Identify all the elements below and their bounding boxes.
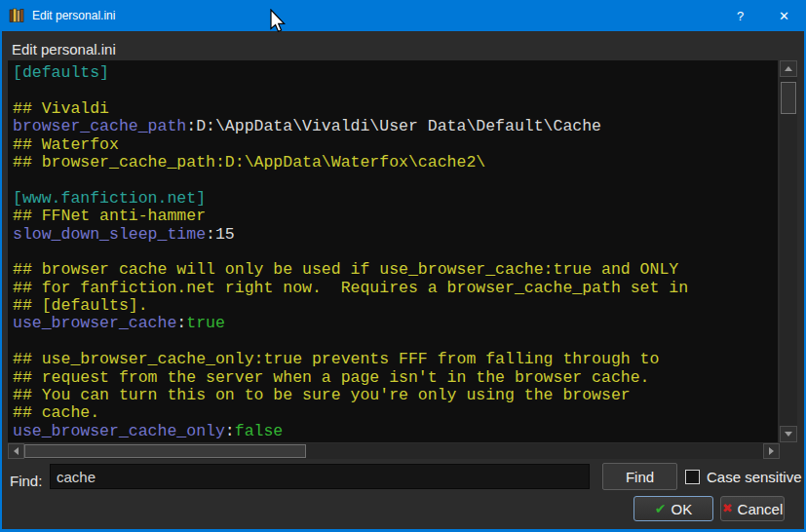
code-line: ## browser cache will only be used if us…: [13, 261, 778, 279]
code-line: ## Vivaldi: [13, 100, 778, 118]
horizontal-scrollbar[interactable]: [8, 443, 780, 459]
check-icon: ✔: [655, 502, 667, 515]
horizontal-scrollbar-thumb[interactable]: [24, 444, 306, 458]
close-icon: ✕: [779, 9, 789, 23]
code-line: [13, 244, 778, 261]
scroll-left-button[interactable]: [8, 443, 24, 459]
vertical-scrollbar-thumb[interactable]: [781, 82, 796, 114]
titlebar[interactable]: Edit personal.ini ? ✕: [0, 0, 806, 31]
code-line: [www.fanfiction.net]: [13, 190, 778, 208]
code-line: ## FFNet anti-hammer: [13, 208, 778, 225]
app-books-icon: [9, 8, 24, 23]
find-button[interactable]: Find: [602, 463, 677, 490]
code-line: use_browser_cache_only:false: [13, 423, 778, 440]
ini-editor[interactable]: [defaults] ## Vivaldibrowser_cache_path:…: [8, 60, 778, 442]
mouse-cursor: [270, 9, 286, 38]
code-line: [13, 333, 778, 351]
close-button[interactable]: ✕: [762, 0, 806, 31]
code-line: [13, 171, 778, 189]
cross-icon: ✖: [722, 502, 733, 515]
code-line: slow_down_sleep_time:15: [13, 226, 778, 244]
code-line: use_browser_cache:true: [13, 315, 778, 332]
case-sensitive-label[interactable]: Case sensitive: [707, 469, 802, 486]
dialog-heading: Edit personal.ini: [12, 41, 116, 57]
scroll-down-button[interactable]: [780, 426, 797, 442]
vertical-scrollbar[interactable]: [780, 60, 797, 442]
find-button-label: Find: [626, 469, 654, 485]
dialog-body: Edit personal.ini [defaults] ## Vivaldib…: [2, 31, 804, 529]
ok-button[interactable]: ✔ OK: [633, 496, 713, 521]
code-line: ## [defaults].: [13, 297, 778, 315]
code-line: browser_cache_path:D:\AppData\Vivaldi\Us…: [13, 118, 778, 135]
help-icon: ?: [737, 9, 744, 23]
window-title: Edit personal.ini: [32, 9, 115, 22]
code-line: ## You can turn this on to be sure you'r…: [13, 387, 778, 404]
edit-personal-ini-window: Edit personal.ini ? ✕ Edit personal.ini …: [0, 0, 806, 532]
code-line: [defaults]: [13, 64, 778, 82]
code-line: ## for fanfiction.net right now. Require…: [13, 280, 778, 297]
triangle-up-icon: [785, 66, 792, 71]
code-line: ## Waterfox: [13, 136, 778, 154]
triangle-down-icon: [785, 432, 792, 437]
help-button[interactable]: ?: [718, 0, 762, 31]
editor-content: [defaults] ## Vivaldibrowser_cache_path:…: [8, 60, 778, 440]
code-line: ## cache.: [13, 404, 778, 422]
scroll-up-button[interactable]: [780, 60, 797, 77]
triangle-right-icon: [769, 447, 774, 455]
triangle-left-icon: [14, 447, 19, 455]
code-line: ## request from the server when a page i…: [13, 369, 778, 387]
code-line: ## use_browser_cache_only:true prevents …: [13, 351, 778, 368]
find-label: Find:: [10, 469, 42, 494]
cancel-button-label: Cancel: [738, 501, 784, 517]
case-sensitive-checkbox[interactable]: [685, 470, 700, 484]
find-input[interactable]: [50, 464, 590, 489]
code-line: [13, 82, 778, 99]
ok-button-label: OK: [672, 501, 693, 517]
code-line: ## browser_cache_path:D:\AppData\Waterfo…: [13, 154, 778, 171]
scroll-right-button[interactable]: [763, 443, 780, 459]
cancel-button[interactable]: ✖ Cancel: [720, 496, 785, 521]
